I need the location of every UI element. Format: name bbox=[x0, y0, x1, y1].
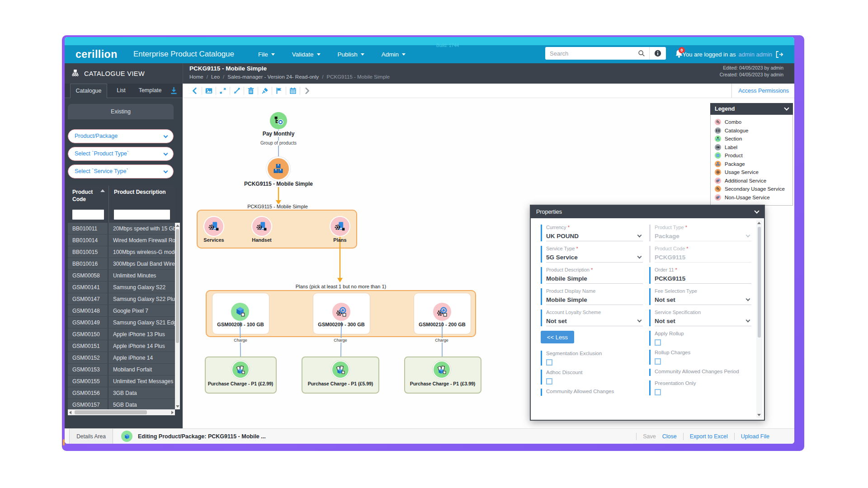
column-product-code[interactable]: Product Code bbox=[72, 189, 104, 203]
table-row[interactable]: GSM00148Google Pixel 7 bbox=[68, 305, 175, 317]
scroll-down-icon[interactable] bbox=[176, 405, 179, 408]
image-icon[interactable] bbox=[202, 84, 216, 98]
tab-template[interactable]: Template bbox=[134, 84, 166, 98]
field-value[interactable]: Not set bbox=[655, 296, 675, 303]
trash-icon[interactable] bbox=[244, 84, 258, 98]
properties-header[interactable]: Properties bbox=[531, 206, 764, 218]
field-value[interactable]: Not set bbox=[546, 318, 567, 324]
upload-file-button[interactable]: Upload File bbox=[741, 433, 769, 440]
table-row[interactable]: BB010015100Mbps wireless-G mode bbox=[68, 246, 175, 258]
checkbox[interactable] bbox=[546, 359, 552, 366]
scroll-left-icon[interactable] bbox=[69, 411, 71, 414]
chevron-down-icon[interactable] bbox=[784, 105, 789, 110]
breadcrumb-item[interactable]: Home bbox=[189, 74, 203, 80]
breadcrumb-item: PCKG9115 - Mobile Simple bbox=[326, 74, 390, 80]
properties-scrollbar[interactable] bbox=[756, 220, 762, 418]
product-package-dropdown[interactable]: Product/Package bbox=[68, 129, 174, 143]
scrollbar-thumb[interactable] bbox=[75, 410, 147, 414]
field-value[interactable]: Mobile Simple bbox=[546, 296, 587, 303]
field-value[interactable]: PCKG9115 bbox=[655, 275, 685, 282]
info-icon[interactable] bbox=[649, 47, 666, 60]
checkbox[interactable] bbox=[655, 339, 661, 346]
usage-node-gsm00210[interactable] bbox=[433, 303, 451, 321]
table-row[interactable]: GSM00151Apple iPhone 14 Plus bbox=[68, 340, 175, 352]
product-type-dropdown[interactable]: Select `Product Type` bbox=[68, 147, 174, 161]
forward-icon[interactable] bbox=[300, 84, 314, 98]
table-row[interactable]: GSM00152Apple iPhone 14 bbox=[68, 352, 175, 364]
login-user-link[interactable]: admin admin bbox=[739, 51, 772, 58]
field-value[interactable]: Not set bbox=[655, 318, 675, 324]
table-vertical-scrollbar[interactable] bbox=[175, 223, 180, 409]
tab-list[interactable]: List bbox=[111, 84, 132, 98]
close-button[interactable]: Close bbox=[662, 433, 677, 440]
scroll-up-icon[interactable] bbox=[757, 222, 761, 224]
tab-catalogue[interactable]: Catalogue bbox=[70, 84, 107, 99]
checkbox[interactable] bbox=[655, 389, 661, 395]
charge-node[interactable] bbox=[232, 361, 249, 378]
product-description-filter-input[interactable] bbox=[114, 210, 170, 220]
scroll-down-icon[interactable] bbox=[757, 414, 761, 416]
package-node[interactable] bbox=[268, 158, 289, 179]
column-product-description[interactable]: Product Description bbox=[114, 189, 173, 196]
usage-node-gsm00209[interactable] bbox=[332, 303, 350, 321]
table-row[interactable]: GSM00150Apple iPhone 13 Plus bbox=[68, 328, 175, 340]
chevron-down-icon[interactable] bbox=[746, 318, 750, 323]
field-value[interactable]: Mobile Simple bbox=[546, 275, 587, 282]
details-area-tab[interactable]: Details Area bbox=[69, 429, 113, 444]
chevron-down-icon[interactable] bbox=[754, 208, 759, 213]
menu-publish[interactable]: Publish bbox=[338, 51, 364, 58]
chevron-down-icon[interactable] bbox=[637, 233, 642, 238]
chevron-down-icon[interactable] bbox=[637, 318, 642, 323]
search-input[interactable] bbox=[545, 47, 634, 60]
download-icon[interactable] bbox=[170, 86, 178, 97]
field-value[interactable]: 5G Service bbox=[546, 254, 578, 261]
breadcrumb-item[interactable]: Leo bbox=[211, 74, 220, 80]
table-row[interactable]: GSM00155Unlimited Text Messages bbox=[68, 375, 175, 387]
pin-diagonal-icon[interactable] bbox=[230, 84, 244, 98]
table-row[interactable]: GSM001575GB Data bbox=[68, 399, 175, 409]
export-to-excel-button[interactable]: Export to Excel bbox=[690, 433, 728, 440]
service-type-dropdown[interactable]: Select `Service Type` bbox=[68, 164, 174, 178]
table-row[interactable]: GSM00153Mobiland Forfait bbox=[68, 364, 175, 375]
access-permissions-link[interactable]: Access Permissions bbox=[731, 84, 789, 98]
checkbox[interactable] bbox=[546, 378, 552, 385]
table-row[interactable]: GSM00058Unlimited Minutes bbox=[68, 270, 175, 282]
section-node-handset[interactable] bbox=[252, 217, 271, 236]
section-node-services[interactable] bbox=[204, 217, 223, 236]
table-row[interactable]: GSM00141Samsung Galaxy S22 bbox=[68, 282, 175, 293]
product-node-gsm00208[interactable] bbox=[231, 303, 249, 321]
expand-icon[interactable] bbox=[216, 84, 230, 98]
menu-file[interactable]: File bbox=[258, 51, 275, 58]
chevron-down-icon[interactable] bbox=[637, 254, 642, 259]
charge-node[interactable] bbox=[332, 361, 349, 378]
back-icon[interactable] bbox=[188, 84, 202, 98]
table-row[interactable]: BB01001120Mbps speed with 15 Gb bbox=[68, 223, 175, 235]
calendar-icon[interactable] bbox=[286, 84, 300, 98]
section-node-plans[interactable] bbox=[330, 217, 349, 236]
menu-admin[interactable]: Admin bbox=[382, 51, 406, 58]
pushpin-icon[interactable] bbox=[258, 84, 272, 98]
chevron-down-icon[interactable] bbox=[746, 297, 750, 301]
table-row[interactable]: BB010014Wired Modem Firewall Rou bbox=[68, 235, 175, 246]
scroll-right-icon[interactable] bbox=[171, 411, 174, 414]
table-horizontal-scrollbar[interactable] bbox=[68, 409, 175, 415]
table-row[interactable]: GSM00149Samsung Galaxy S21 Edg bbox=[68, 317, 175, 328]
flag-icon[interactable] bbox=[272, 84, 286, 98]
scrollbar-thumb[interactable] bbox=[758, 227, 761, 338]
charge-node[interactable] bbox=[434, 361, 450, 378]
legend-header[interactable]: Legend bbox=[710, 103, 793, 115]
root-node-pay-monthly[interactable] bbox=[270, 112, 287, 129]
table-row[interactable]: GSM001563GB Data bbox=[68, 387, 175, 399]
table-row[interactable]: BB010016300Mbps Dual Band Wirele bbox=[68, 258, 175, 270]
scrollbar-thumb[interactable] bbox=[176, 229, 179, 343]
scroll-up-icon[interactable] bbox=[176, 225, 179, 227]
checkbox[interactable] bbox=[655, 358, 661, 365]
breadcrumb-item[interactable]: Sales-manager - Version 24- Read-only bbox=[227, 74, 319, 80]
logout-icon[interactable] bbox=[775, 50, 783, 59]
less-button[interactable]: << Less bbox=[541, 331, 574, 343]
table-row[interactable]: GSM00147Samsung Galaxy S22 Plus bbox=[68, 293, 175, 305]
product-code-filter-input[interactable] bbox=[72, 210, 104, 220]
field-value[interactable]: UK POUND bbox=[546, 233, 579, 239]
magnifier-icon[interactable] bbox=[634, 47, 649, 60]
menu-validate[interactable]: Validate bbox=[292, 51, 321, 58]
